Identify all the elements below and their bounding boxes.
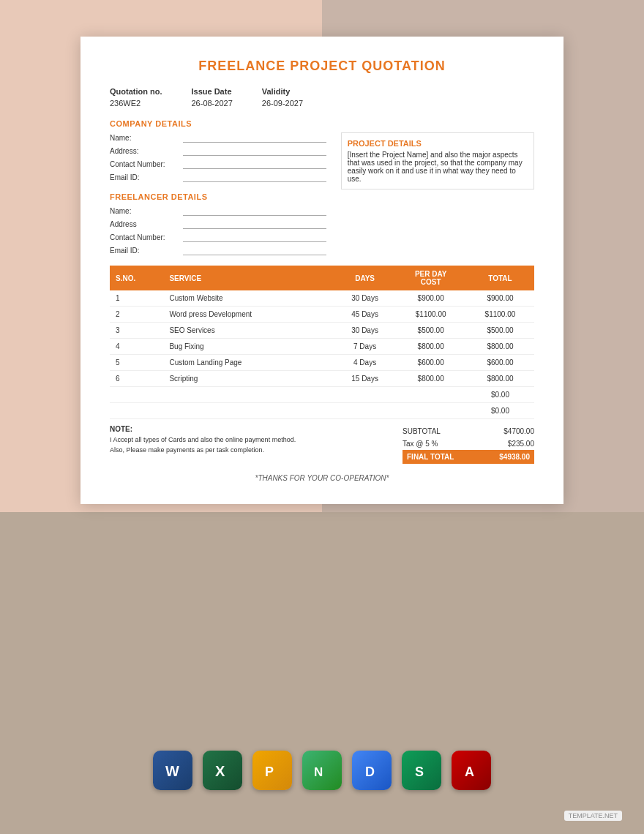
freelancer-email-label: Email ID: bbox=[110, 247, 183, 255]
note-section: NOTE: I Accept all types of Cards and al… bbox=[110, 425, 402, 455]
excel-icon[interactable]: X bbox=[203, 751, 242, 790]
quotation-label: Quotation no. bbox=[110, 87, 162, 96]
company-details: Name: Address: Contact Number: Email ID:… bbox=[110, 132, 326, 258]
col-service: SERVICE bbox=[163, 266, 334, 290]
company-address-line bbox=[183, 146, 326, 156]
freelancer-email-row: Email ID: bbox=[110, 245, 326, 255]
two-col-section: Name: Address: Contact Number: Email ID:… bbox=[110, 132, 534, 258]
freelancer-name-line bbox=[183, 206, 326, 216]
svg-text:A: A bbox=[465, 764, 474, 779]
table-row: 5 Custom Landing Page 4 Days $600.00 $60… bbox=[110, 355, 534, 371]
freelancer-address-line bbox=[183, 219, 326, 229]
table-row: 1 Custom Website 30 Days $900.00 $900.00 bbox=[110, 290, 534, 307]
col-perday: PER DAYCOST bbox=[395, 266, 465, 290]
svg-text:S: S bbox=[415, 764, 424, 779]
pages-icon[interactable]: P bbox=[252, 751, 292, 790]
project-description: [Insert the Project Name] and also the m… bbox=[348, 151, 528, 183]
tax-row: Tax @ 5 % $235.00 bbox=[402, 437, 534, 450]
table-header-row: S.NO. SERVICE DAYS PER DAYCOST TOTAL bbox=[110, 266, 534, 290]
final-value: $4938.00 bbox=[499, 453, 530, 461]
note-text: I Accept all types of Cards and also the… bbox=[110, 435, 388, 455]
freelancer-email-line bbox=[183, 245, 326, 255]
subtotal-value: $4700.00 bbox=[503, 427, 534, 435]
issue-date-value: 26-08-2027 bbox=[191, 99, 232, 108]
validity-value: 26-09-2027 bbox=[262, 99, 303, 108]
table-row: 6 Scripting 15 Days $800.00 $800.00 bbox=[110, 371, 534, 387]
svg-text:W: W bbox=[165, 763, 179, 779]
issue-date: Issue Date 26-08-2027 bbox=[191, 87, 232, 109]
validity: Validity 26-09-2027 bbox=[262, 87, 303, 109]
company-email-row: Email ID: bbox=[110, 172, 326, 182]
col-total: TOTAL bbox=[466, 266, 534, 290]
company-address-label: Address: bbox=[110, 147, 183, 155]
col-sno: S.NO. bbox=[110, 266, 163, 290]
svg-text:N: N bbox=[314, 765, 323, 779]
word-icon[interactable]: W bbox=[153, 751, 192, 790]
document-page: FREELANCE PROJECT QUOTATION Quotation no… bbox=[80, 37, 564, 504]
company-name-label: Name: bbox=[110, 134, 183, 142]
thanks-text: *THANKS FOR YOUR CO-OPERATION* bbox=[110, 474, 534, 482]
subtotal-row: SUBTOTAL $4700.00 bbox=[402, 425, 534, 437]
services-table: S.NO. SERVICE DAYS PER DAYCOST TOTAL 1 C… bbox=[110, 266, 534, 419]
numbers-icon[interactable]: N bbox=[302, 751, 342, 790]
summary-section: NOTE: I Accept all types of Cards and al… bbox=[110, 425, 534, 464]
acrobat-icon[interactable]: A bbox=[452, 751, 491, 790]
note-title: NOTE: bbox=[110, 425, 388, 433]
company-email-line bbox=[183, 172, 326, 182]
tax-label: Tax @ 5 % bbox=[402, 440, 438, 448]
subtotal-label: SUBTOTAL bbox=[402, 427, 441, 435]
freelancer-section-title: FREELANCER DETAILS bbox=[110, 192, 326, 201]
gdocs-icon[interactable]: D bbox=[352, 751, 392, 790]
tax-value: $235.00 bbox=[508, 440, 534, 448]
document-title: FREELANCE PROJECT QUOTATION bbox=[110, 59, 534, 74]
quotation-number: Quotation no. 236WE2 bbox=[110, 87, 162, 109]
final-total-row: FINAL TOTAL $4938.00 bbox=[402, 450, 534, 464]
company-email-label: Email ID: bbox=[110, 173, 183, 181]
table-row: $0.00 bbox=[110, 387, 534, 403]
freelancer-contact-label: Contact Number: bbox=[110, 233, 183, 241]
svg-text:X: X bbox=[215, 763, 225, 779]
app-icons-bar: W X P N D S A bbox=[153, 751, 491, 790]
company-section-title: COMPANY DETAILS bbox=[110, 119, 534, 128]
company-name-row: Name: bbox=[110, 132, 326, 143]
company-address-row: Address: bbox=[110, 146, 326, 156]
quotation-value: 236WE2 bbox=[110, 99, 141, 108]
freelancer-address-row: Address bbox=[110, 219, 326, 229]
freelancer-name-label: Name: bbox=[110, 207, 183, 215]
table-row: $0.00 bbox=[110, 403, 534, 419]
table-row: 2 Word press Development 45 Days $1100.0… bbox=[110, 307, 534, 323]
col-days: DAYS bbox=[334, 266, 396, 290]
freelancer-name-row: Name: bbox=[110, 206, 326, 216]
meta-row: Quotation no. 236WE2 Issue Date 26-08-20… bbox=[110, 87, 534, 109]
svg-text:D: D bbox=[365, 764, 375, 779]
final-label: FINAL TOTAL bbox=[407, 453, 454, 461]
svg-text:P: P bbox=[265, 764, 274, 779]
watermark: TEMPLATE.NET bbox=[564, 811, 622, 821]
totals-section: SUBTOTAL $4700.00 Tax @ 5 % $235.00 FINA… bbox=[402, 425, 534, 464]
gsheets-icon[interactable]: S bbox=[402, 751, 441, 790]
table-row: 3 SEO Services 30 Days $500.00 $500.00 bbox=[110, 323, 534, 339]
validity-label: Validity bbox=[262, 87, 303, 96]
freelancer-contact-row: Contact Number: bbox=[110, 232, 326, 242]
project-section-title: PROJECT DETAILS bbox=[348, 139, 528, 148]
company-contact-label: Contact Number: bbox=[110, 160, 183, 168]
project-details: PROJECT DETAILS [Insert the Project Name… bbox=[341, 132, 534, 189]
freelancer-contact-line bbox=[183, 232, 326, 242]
freelancer-address-label: Address bbox=[110, 220, 183, 228]
company-name-line bbox=[183, 132, 326, 143]
company-contact-line bbox=[183, 159, 326, 169]
issue-date-label: Issue Date bbox=[191, 87, 232, 96]
company-contact-row: Contact Number: bbox=[110, 159, 326, 169]
table-row: 4 Bug Fixing 7 Days $800.00 $800.00 bbox=[110, 339, 534, 355]
